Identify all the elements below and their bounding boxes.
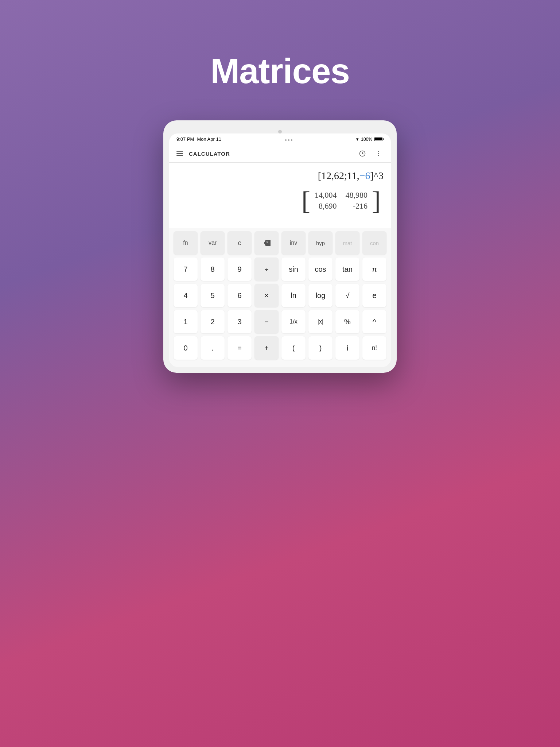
key-row-5: 0 . = + ( ) i n! [174,336,386,360]
key-row-3: 4 5 6 × ln log √ e [174,284,386,307]
status-bar: 9:07 PM Mon Apr 11 ▾ 100% [169,133,391,145]
status-date: Mon Apr 11 [197,136,221,142]
matrix-result: [ 14,004 48,980 8,690 -216 ] [176,185,384,218]
neg-number: −6 [359,170,370,181]
add-key[interactable]: + [254,336,279,360]
cos-key[interactable]: cos [308,258,332,281]
right-bracket: ] [372,187,381,214]
svg-point-2 [378,153,379,154]
key-8[interactable]: 8 [201,258,225,281]
hyp-key[interactable]: hyp [308,231,332,255]
log-key[interactable]: log [308,284,332,307]
status-dot-2 [288,139,289,141]
tablet-screen: 9:07 PM Mon Apr 11 ▾ 100% [169,133,391,367]
ln-key[interactable]: ln [281,284,306,307]
svg-point-1 [378,151,379,152]
sqrt-key[interactable]: √ [335,284,359,307]
left-bracket: [ [302,187,310,214]
inv-key[interactable]: inv [281,231,306,255]
battery-percent: 100% [361,137,372,142]
key-row-1: fn var c inv hyp mat con [174,231,386,255]
key-6[interactable]: 6 [228,284,252,307]
key-2[interactable]: 2 [201,310,225,333]
status-dot-3 [291,139,292,141]
tablet-camera [278,130,282,133]
wifi-icon: ▾ [356,136,359,142]
reciprocal-key[interactable]: 1/x [281,310,306,333]
con-key[interactable]: con [362,231,386,255]
pi-key[interactable]: π [362,258,386,281]
status-time: 9:07 PM [176,136,194,142]
multiply-key[interactable]: × [254,284,279,307]
var-key[interactable]: var [201,231,225,255]
matrix-values: 14,004 48,980 8,690 -216 [310,189,372,212]
e-key[interactable]: e [362,284,386,307]
tablet-device: 9:07 PM Mon Apr 11 ▾ 100% [163,120,397,373]
power-key[interactable]: ^ [362,310,386,333]
matrix-r2c2: -216 [346,201,368,211]
mat-key[interactable]: mat [335,231,359,255]
close-paren-key[interactable]: ) [308,336,332,360]
open-paren-key[interactable]: ( [281,336,306,360]
imaginary-key[interactable]: i [335,336,359,360]
more-button[interactable] [373,148,384,159]
calculator-display: [12,62;11,−6]^3 [ 14,004 48,980 8,690 -2… [169,163,391,228]
matrix-r1c1: 14,004 [315,190,337,200]
matrix-r1c2: 48,980 [346,190,368,200]
abs-key[interactable]: |x| [308,310,332,333]
key-5[interactable]: 5 [201,284,225,307]
app-title: CALCULATOR [189,151,230,157]
factorial-key[interactable]: n! [362,336,386,360]
subtract-key[interactable]: − [254,310,279,333]
svg-point-3 [378,155,379,156]
tan-key[interactable]: tan [335,258,359,281]
equals-key[interactable]: = [228,336,252,360]
app-toolbar: CALCULATOR [169,145,391,163]
status-center [285,138,292,141]
status-dot-1 [285,139,287,141]
key-4[interactable]: 4 [174,284,198,307]
delete-icon [262,240,271,246]
keypad: fn var c inv hyp mat con 7 8 9 ÷ sin cos… [169,228,391,367]
status-right: ▾ 100% [356,136,384,142]
status-left: 9:07 PM Mon Apr 11 [176,136,221,142]
key-9[interactable]: 9 [228,258,252,281]
history-button[interactable] [357,148,368,159]
menu-icon[interactable] [176,151,183,156]
percent-key[interactable]: % [335,310,359,333]
key-row-2: 7 8 9 ÷ sin cos tan π [174,258,386,281]
key-1[interactable]: 1 [174,310,198,333]
divide-key[interactable]: ÷ [254,258,279,281]
key-row-4: 1 2 3 − 1/x |x| % ^ [174,310,386,333]
delete-key[interactable] [254,231,279,255]
matrix-r2c1: 8,690 [315,201,337,211]
battery-icon [374,137,384,141]
key-3[interactable]: 3 [228,310,252,333]
fn-key[interactable]: fn [174,231,198,255]
sin-key[interactable]: sin [281,258,306,281]
key-7[interactable]: 7 [174,258,198,281]
clear-key[interactable]: c [228,231,252,255]
toolbar-left: CALCULATOR [176,151,230,157]
toolbar-right [357,148,384,159]
page-title: Matrices [210,51,350,91]
key-0[interactable]: 0 [174,336,198,360]
expression-input: [12,62;11,−6]^3 [176,167,384,185]
decimal-key[interactable]: . [201,336,225,360]
